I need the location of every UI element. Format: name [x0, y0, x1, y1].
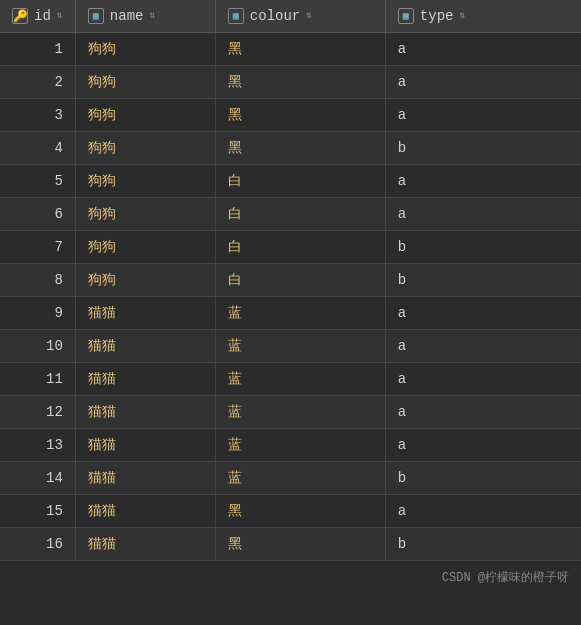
col-header-id[interactable]: 🔑 id ⇅: [0, 0, 75, 33]
table-icon-type: ▦: [398, 8, 414, 24]
cell-name: 狗狗: [75, 66, 215, 99]
cell-name: 狗狗: [75, 99, 215, 132]
cell-type: a: [385, 363, 581, 396]
sort-arrows-id[interactable]: ⇅: [57, 11, 63, 21]
cell-name: 狗狗: [75, 264, 215, 297]
cell-id: 2: [0, 66, 75, 99]
cell-name: 猫猫: [75, 330, 215, 363]
cell-colour: 蓝: [215, 330, 385, 363]
cell-type: a: [385, 198, 581, 231]
cell-name: 猫猫: [75, 495, 215, 528]
cell-colour: 蓝: [215, 462, 385, 495]
table-row: 11猫猫蓝a: [0, 363, 581, 396]
cell-type: a: [385, 297, 581, 330]
table-icon-colour: ▦: [228, 8, 244, 24]
cell-id: 12: [0, 396, 75, 429]
cell-type: a: [385, 495, 581, 528]
col-label-colour: colour: [250, 8, 300, 24]
cell-id: 7: [0, 231, 75, 264]
table-row: 9猫猫蓝a: [0, 297, 581, 330]
cell-type: b: [385, 462, 581, 495]
cell-id: 5: [0, 165, 75, 198]
cell-id: 6: [0, 198, 75, 231]
sort-arrows-type[interactable]: ⇅: [459, 11, 465, 21]
cell-type: b: [385, 264, 581, 297]
cell-id: 14: [0, 462, 75, 495]
table-row: 13猫猫蓝a: [0, 429, 581, 462]
cell-id: 1: [0, 33, 75, 66]
cell-type: a: [385, 99, 581, 132]
cell-colour: 黑: [215, 66, 385, 99]
cell-name: 猫猫: [75, 396, 215, 429]
table-row: 4狗狗黑b: [0, 132, 581, 165]
table-row: 16猫猫黑b: [0, 528, 581, 561]
cell-type: a: [385, 33, 581, 66]
watermark-text: CSDN @柠檬味的橙子呀: [442, 571, 569, 585]
cell-name: 猫猫: [75, 528, 215, 561]
cell-type: b: [385, 528, 581, 561]
cell-id: 9: [0, 297, 75, 330]
cell-type: a: [385, 165, 581, 198]
cell-name: 猫猫: [75, 297, 215, 330]
col-label-name: name: [110, 8, 144, 24]
table-row: 14猫猫蓝b: [0, 462, 581, 495]
cell-name: 猫猫: [75, 429, 215, 462]
sort-arrows-name[interactable]: ⇅: [149, 11, 155, 21]
cell-id: 16: [0, 528, 75, 561]
cell-type: a: [385, 396, 581, 429]
table-row: 8狗狗白b: [0, 264, 581, 297]
cell-colour: 白: [215, 231, 385, 264]
cell-id: 4: [0, 132, 75, 165]
table-row: 2狗狗黑a: [0, 66, 581, 99]
cell-name: 狗狗: [75, 165, 215, 198]
cell-id: 11: [0, 363, 75, 396]
cell-name: 狗狗: [75, 33, 215, 66]
cell-id: 3: [0, 99, 75, 132]
cell-name: 猫猫: [75, 363, 215, 396]
cell-colour: 黑: [215, 495, 385, 528]
cell-colour: 白: [215, 264, 385, 297]
col-label-type: type: [420, 8, 454, 24]
table-row: 12猫猫蓝a: [0, 396, 581, 429]
col-header-name[interactable]: ▦ name ⇅: [75, 0, 215, 33]
cell-colour: 黑: [215, 132, 385, 165]
table-row: 3狗狗黑a: [0, 99, 581, 132]
cell-colour: 蓝: [215, 363, 385, 396]
table-icon-name: ▦: [88, 8, 104, 24]
cell-id: 13: [0, 429, 75, 462]
key-icon: 🔑: [12, 8, 28, 24]
table-header-row: 🔑 id ⇅ ▦ name ⇅ ▦ colour: [0, 0, 581, 33]
cell-id: 8: [0, 264, 75, 297]
table-container: 🔑 id ⇅ ▦ name ⇅ ▦ colour: [0, 0, 581, 594]
table-row: 5狗狗白a: [0, 165, 581, 198]
cell-type: a: [385, 330, 581, 363]
cell-type: b: [385, 132, 581, 165]
cell-colour: 蓝: [215, 396, 385, 429]
table-row: 10猫猫蓝a: [0, 330, 581, 363]
cell-colour: 蓝: [215, 297, 385, 330]
cell-name: 狗狗: [75, 198, 215, 231]
col-label-id: id: [34, 8, 51, 24]
cell-colour: 白: [215, 198, 385, 231]
table-row: 1狗狗黑a: [0, 33, 581, 66]
cell-colour: 黑: [215, 528, 385, 561]
cell-id: 15: [0, 495, 75, 528]
table-row: 15猫猫黑a: [0, 495, 581, 528]
table-row: 7狗狗白b: [0, 231, 581, 264]
watermark-footer: CSDN @柠檬味的橙子呀: [0, 561, 581, 594]
cell-type: a: [385, 429, 581, 462]
cell-colour: 白: [215, 165, 385, 198]
cell-type: b: [385, 231, 581, 264]
table-row: 6狗狗白a: [0, 198, 581, 231]
cell-name: 狗狗: [75, 132, 215, 165]
cell-colour: 黑: [215, 33, 385, 66]
cell-id: 10: [0, 330, 75, 363]
col-header-type[interactable]: ▦ type ⇅: [385, 0, 581, 33]
cell-name: 狗狗: [75, 231, 215, 264]
cell-colour: 黑: [215, 99, 385, 132]
cell-name: 猫猫: [75, 462, 215, 495]
cell-colour: 蓝: [215, 429, 385, 462]
col-header-colour[interactable]: ▦ colour ⇅: [215, 0, 385, 33]
data-table: 🔑 id ⇅ ▦ name ⇅ ▦ colour: [0, 0, 581, 561]
sort-arrows-colour[interactable]: ⇅: [306, 11, 312, 21]
